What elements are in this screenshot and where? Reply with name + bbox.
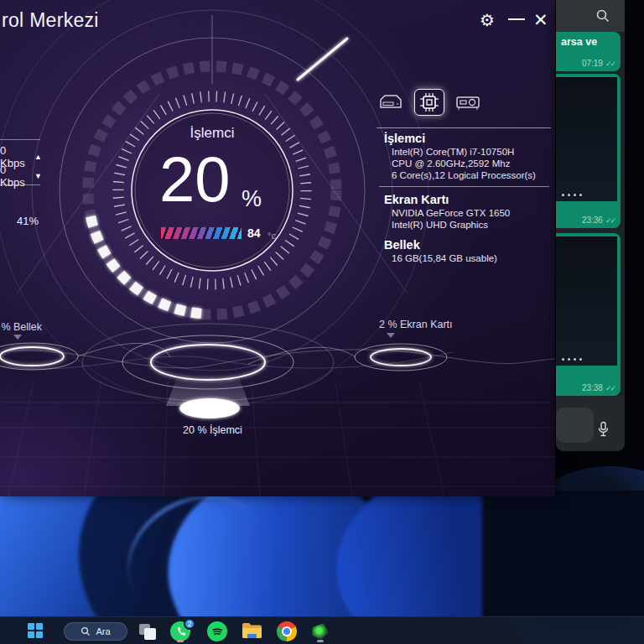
temperature-unit: °c xyxy=(267,231,276,241)
message-time: 23:36 xyxy=(582,216,603,225)
chat-header xyxy=(556,0,625,32)
task-view-icon[interactable] xyxy=(138,621,158,641)
read-receipt-icon xyxy=(605,59,615,68)
info-section-title: Bellek xyxy=(384,237,555,252)
minimize-icon[interactable] xyxy=(508,18,525,20)
disk-usage-value: 41% xyxy=(0,215,39,227)
control-center-window: rol Merkezi ⚙ ✕ 0 Kbps 0 Kbps 41% İşlemc… xyxy=(0,0,555,496)
start-button[interactable] xyxy=(28,623,43,638)
info-line: Intel(R) Core(TM) i7-10750H xyxy=(384,146,555,158)
message-text: arsa ve xyxy=(556,32,621,49)
taskbar-search[interactable]: Ara xyxy=(64,622,127,641)
gpu-node-label: 2 % Ekran Kartı xyxy=(379,319,453,330)
close-icon[interactable]: ✕ xyxy=(533,10,548,30)
arrow-down-icon xyxy=(34,172,42,180)
whatsapp-window: arsa ve 07:19 23:36 xyxy=(556,0,625,451)
outgoing-media-bubble[interactable]: 23:38 xyxy=(556,233,621,396)
network-map-art xyxy=(0,324,555,496)
media-thumbnail[interactable] xyxy=(556,236,617,366)
message-time: 23:38 xyxy=(582,383,603,392)
chat-message-area: arsa ve 07:19 23:36 xyxy=(556,32,625,396)
cpu-node-label: 20 % İşlemci xyxy=(183,424,242,436)
search-icon xyxy=(80,626,91,636)
cpu-tab-icon[interactable] xyxy=(414,89,444,116)
info-line: CPU @ 2.60GHz,2592 Mhz xyxy=(384,158,555,169)
chrome-icon[interactable] xyxy=(277,621,297,641)
media-progress-dots xyxy=(562,358,582,361)
running-app-indicator xyxy=(177,640,184,642)
message-time: 07:19 xyxy=(582,59,603,68)
divider xyxy=(377,127,551,128)
divider xyxy=(0,139,40,140)
divider xyxy=(0,184,40,185)
temperature-value: 84 xyxy=(247,226,261,240)
outgoing-media-bubble[interactable]: 23:36 xyxy=(556,74,621,228)
wallpaper-bloom xyxy=(0,491,644,618)
system-info-panel: İşlemci Intel(R) Core(TM) i7-10750H CPU … xyxy=(384,131,555,264)
search-icon[interactable] xyxy=(595,8,610,27)
memory-node-label: 3 % Bellek xyxy=(0,321,42,333)
media-thumbnail[interactable] xyxy=(556,77,617,201)
gauge-label: İşlemci xyxy=(153,125,271,142)
bloom-ribbon xyxy=(482,491,644,618)
gauge-value: 20 xyxy=(159,148,231,211)
info-line: NVIDIA GeForce GTX 1650 xyxy=(384,207,555,219)
chat-composer xyxy=(556,396,625,451)
file-explorer-icon[interactable] xyxy=(242,621,262,641)
window-title: rol Merkezi xyxy=(2,9,99,32)
info-section-title: İşlemci xyxy=(384,131,555,146)
read-receipt-icon xyxy=(605,383,615,392)
read-receipt-icon xyxy=(605,216,615,225)
info-section-title: Ekran Kartı xyxy=(384,192,555,207)
temperature-bar xyxy=(161,227,242,239)
info-line: 6 Core(s),12 Logical Processor(s) xyxy=(384,169,555,181)
gpu-node-callout xyxy=(387,333,395,338)
gauge-unit: % xyxy=(242,186,262,212)
search-label: Ara xyxy=(96,626,110,636)
gpu-tab-icon[interactable] xyxy=(453,89,483,116)
outgoing-message-bubble[interactable]: arsa ve 07:19 xyxy=(556,32,621,71)
notification-badge: 2 xyxy=(184,618,195,630)
desktop: rol Merkezi ⚙ ✕ 0 Kbps 0 Kbps 41% İşlemc… xyxy=(0,0,644,644)
hardware-tabs xyxy=(376,89,483,116)
settings-gear-icon[interactable]: ⚙ xyxy=(480,10,495,30)
media-progress-dots xyxy=(562,194,582,196)
running-app-indicator xyxy=(317,640,324,642)
spotify-icon[interactable] xyxy=(207,621,227,641)
whatsapp-icon[interactable]: 2 xyxy=(170,621,190,641)
message-input[interactable] xyxy=(556,408,594,443)
info-line: Intel(R) UHD Graphics xyxy=(384,219,555,231)
microphone-icon[interactable] xyxy=(596,421,610,441)
taskbar: Ara 2 xyxy=(0,616,644,644)
info-line: 16 GB(15,84 GB usable) xyxy=(384,252,555,264)
memory-node-callout xyxy=(13,335,22,340)
disk-tab-icon[interactable] xyxy=(376,89,406,116)
arrow-up-icon xyxy=(34,153,42,161)
